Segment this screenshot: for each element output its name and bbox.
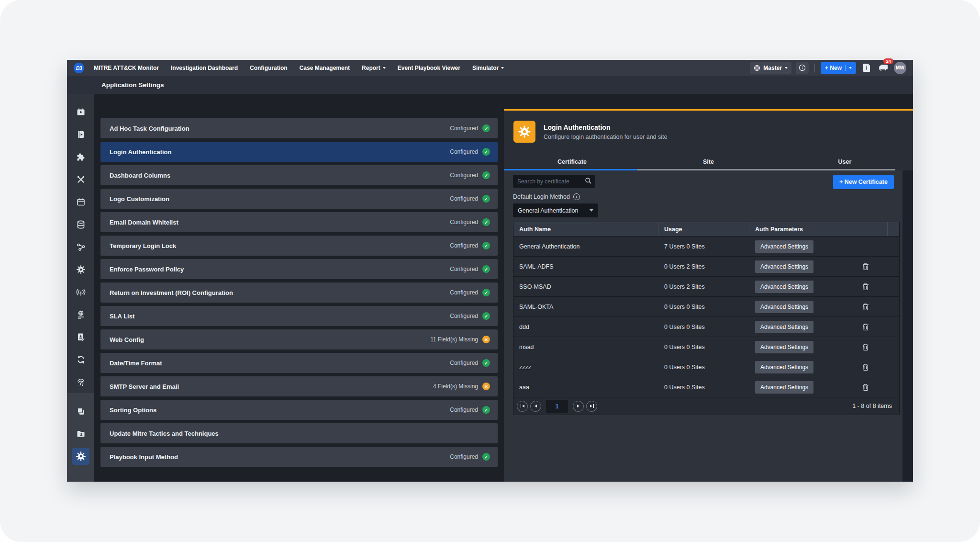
settings-list: Ad Hoc Task Configuration Configured Log…	[94, 94, 504, 482]
automation-gear-icon[interactable]	[67, 258, 94, 281]
nav-configuration[interactable]: Configuration	[250, 65, 288, 71]
multi-window-icon[interactable]	[67, 400, 94, 422]
panel-subtitle: Configure login authentication for user …	[544, 134, 668, 140]
info-icon[interactable]: i	[573, 193, 580, 200]
delete-icon[interactable]	[862, 263, 869, 271]
advanced-settings-button[interactable]: Advanced Settings	[755, 301, 813, 313]
default-login-method-select[interactable]: General Authentication	[513, 203, 598, 217]
nav-simulator-menu[interactable]: Simulator	[472, 65, 504, 71]
globe-icon	[754, 65, 760, 71]
advanced-settings-button[interactable]: Advanced Settings	[755, 321, 813, 333]
status-configured-icon	[482, 171, 490, 179]
advanced-settings-button[interactable]: Advanced Settings	[755, 361, 813, 373]
advanced-settings-button[interactable]: Advanced Settings	[755, 341, 813, 353]
chevron-down-icon	[590, 209, 593, 212]
settings-item-smtp-server-and-email[interactable]: SMTP Server and Email 4 Field(s) Missing	[100, 376, 498, 396]
new-certificate-button[interactable]: + New Certificate	[833, 175, 894, 189]
tab-certificate[interactable]: Certificate	[504, 153, 640, 170]
delete-icon[interactable]	[862, 343, 869, 351]
delete-icon[interactable]	[862, 363, 869, 371]
settings-gear-icon[interactable]	[67, 445, 94, 467]
tab-user[interactable]: User	[777, 153, 913, 170]
last-page-button[interactable]	[586, 401, 597, 412]
settings-item-temporary-login-lock[interactable]: Temporary Login Lock Configured	[100, 236, 498, 256]
advanced-settings-button[interactable]: Advanced Settings	[755, 260, 813, 273]
certificate-search	[513, 175, 595, 188]
status-configured-icon	[482, 289, 490, 296]
panel-title: Login Authentication	[544, 124, 668, 131]
delete-icon[interactable]	[862, 283, 869, 291]
status-configured-icon	[482, 148, 490, 156]
nav-case-management[interactable]: Case Management	[300, 65, 350, 71]
integrations-puzzle-icon[interactable]	[67, 146, 94, 168]
settings-item-email-domain-whitelist[interactable]: Email Domain Whitelist Configured	[100, 212, 498, 232]
column-auth-parameters: Auth Parameters	[749, 222, 843, 236]
table-row: SAML-ADFS 0 Users 2 Sites Advanced Setti…	[513, 256, 899, 276]
nav-event-playbook-viewer[interactable]: Event Playbook Viewer	[398, 65, 460, 71]
settings-item-ad-hoc-task-configuration[interactable]: Ad Hoc Task Configuration Configured	[100, 118, 498, 138]
delete-icon[interactable]	[862, 323, 869, 331]
tab-site[interactable]: Site	[640, 153, 777, 170]
web-services-icon[interactable]	[67, 303, 94, 326]
settings-item-enforce-password-policy[interactable]: Enforce Password Policy Configured	[100, 259, 498, 279]
settings-item-web-config[interactable]: Web Config 11 Field(s) Missing	[100, 329, 498, 350]
search-input[interactable]	[513, 175, 595, 188]
column-spacer	[888, 222, 899, 236]
delete-icon[interactable]	[862, 303, 869, 311]
site-selector[interactable]: Master	[750, 62, 791, 74]
release-notes-button[interactable]	[860, 62, 873, 74]
nav-report-menu[interactable]: Report	[362, 65, 386, 71]
playbook-icon[interactable]	[67, 123, 94, 146]
next-page-button[interactable]	[573, 401, 584, 412]
delete-icon[interactable]	[862, 384, 869, 391]
main-nav: MITRE ATT&CK Monitor Investigation Dashb…	[94, 65, 504, 71]
detail-panel: Login Authentication Configure login aut…	[504, 94, 913, 482]
calendar-icon[interactable]	[67, 191, 94, 213]
status-configured-icon	[482, 124, 490, 132]
user-avatar[interactable]: MW	[894, 62, 906, 74]
settings-item-roi-configuration[interactable]: Return on Investment (ROI) Configuration…	[100, 282, 498, 303]
utilities-tools-icon[interactable]	[67, 168, 94, 191]
settings-item-dashboard-columns[interactable]: Dashboard Columns Configured	[100, 165, 498, 185]
settings-item-login-authentication[interactable]: Login Authentication Configured	[100, 142, 498, 162]
advanced-settings-button[interactable]: Advanced Settings	[755, 281, 813, 293]
nav-mitre-attack-monitor[interactable]: MITRE ATT&CK Monitor	[94, 65, 159, 71]
advanced-settings-button[interactable]: Advanced Settings	[755, 381, 813, 394]
info-button[interactable]	[796, 62, 809, 74]
settings-item-date-time-format[interactable]: Date/Time Format Configured	[100, 353, 498, 373]
status-configured-icon	[482, 312, 490, 320]
advanced-settings-button[interactable]: Advanced Settings	[755, 240, 813, 253]
settings-item-logo-customization[interactable]: Logo Customization Configured	[100, 189, 498, 209]
first-page-button[interactable]	[517, 401, 528, 412]
table-row: SSO-MSAD 0 Users 2 Sites Advanced Settin…	[513, 276, 899, 296]
chat-button[interactable]: 24	[877, 62, 890, 74]
report-editor-icon[interactable]	[67, 326, 94, 348]
d3-logo[interactable]: D3	[74, 63, 84, 73]
settings-item-sla-list[interactable]: SLA List Configured	[100, 306, 498, 326]
sync-icon[interactable]	[67, 348, 94, 371]
new-button[interactable]: + New	[821, 62, 856, 74]
fingerprint-icon[interactable]	[67, 371, 94, 393]
settings-item-update-mitre-tactics[interactable]: Update Mitre Tactics and Techniques	[100, 423, 498, 443]
panel-scroll-gutter[interactable]	[902, 170, 913, 482]
table-row: ddd 0 Users 0 Sites Advanced Settings	[513, 316, 899, 337]
panel-body: + New Certificate Default Login Method i…	[504, 170, 913, 482]
column-actions	[843, 222, 888, 236]
page-title: Application Settings	[101, 81, 164, 89]
panel-tabs: Certificate Site User	[504, 153, 913, 170]
notification-badge: 24	[883, 58, 893, 65]
detail-panel-card: Login Authentication Configure login aut…	[504, 109, 913, 482]
connections-share-icon[interactable]	[67, 236, 94, 258]
nav-investigation-dashboard[interactable]: Investigation Dashboard	[171, 65, 238, 71]
case-folder-icon[interactable]	[67, 422, 94, 445]
chevron-down-icon	[501, 67, 504, 69]
settings-item-sorting-options[interactable]: Sorting Options Configured	[100, 400, 498, 420]
data-management-icon[interactable]	[67, 213, 94, 236]
settings-item-playbook-input-method[interactable]: Playbook Input Method Configured	[100, 447, 498, 467]
broadcast-icon[interactable]	[67, 281, 94, 303]
divider	[845, 65, 846, 71]
sidebar-group-top	[67, 94, 94, 393]
content-area: Ad Hoc Task Configuration Configured Log…	[67, 94, 913, 482]
previous-page-button[interactable]	[530, 401, 541, 412]
event-monitor-icon[interactable]	[67, 101, 94, 123]
